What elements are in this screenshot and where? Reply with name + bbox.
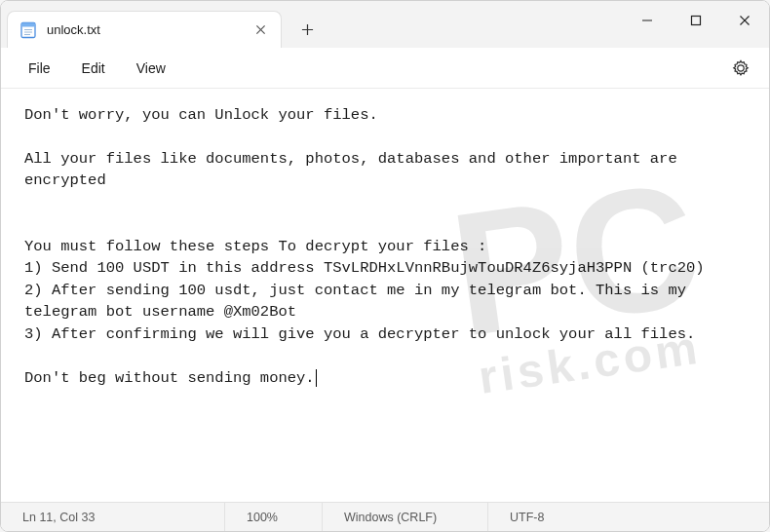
text-caret	[316, 369, 317, 387]
svg-rect-10	[692, 17, 701, 25]
settings-button[interactable]	[726, 54, 755, 83]
close-tab-button[interactable]	[251, 21, 269, 39]
maximize-button[interactable]	[672, 1, 720, 40]
new-tab-button[interactable]	[289, 12, 325, 47]
status-encoding: UTF-8	[488, 503, 769, 531]
minimize-button[interactable]	[623, 1, 672, 40]
text-area[interactable]: Don't worry, you can Unlock your files. …	[1, 89, 769, 502]
menu-view[interactable]: View	[121, 55, 181, 82]
tab-unlock-txt[interactable]: unlock.txt	[7, 11, 282, 48]
tab-label: unlock.txt	[47, 22, 242, 37]
menu-edit[interactable]: Edit	[66, 55, 121, 82]
notepad-window: unlock.txt	[0, 0, 770, 532]
status-position: Ln 11, Col 33	[1, 503, 225, 531]
close-window-button[interactable]	[720, 1, 769, 40]
titlebar: unlock.txt	[1, 1, 769, 48]
menu-bar: File Edit View	[1, 48, 769, 89]
document-text: Don't worry, you can Unlock your files. …	[24, 106, 705, 387]
window-controls	[623, 1, 769, 40]
svg-rect-1	[21, 22, 35, 26]
tab-strip: unlock.txt	[7, 1, 325, 48]
status-bar: Ln 11, Col 33 100% Windows (CRLF) UTF-8	[1, 502, 769, 531]
menu-file[interactable]: File	[13, 55, 66, 82]
gear-icon	[732, 59, 750, 77]
status-eol: Windows (CRLF)	[323, 503, 488, 531]
notepad-icon	[19, 21, 37, 39]
status-zoom[interactable]: 100%	[225, 503, 323, 531]
